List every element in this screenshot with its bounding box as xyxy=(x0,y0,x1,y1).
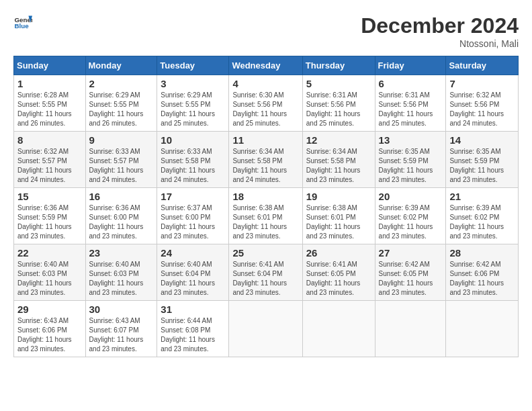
logo-icon: General Blue xyxy=(13,13,32,32)
day-info: Sunrise: 6:40 AM Sunset: 6:04 PM Dayligh… xyxy=(161,260,225,298)
logo: General Blue xyxy=(13,13,32,32)
day-number: 6 xyxy=(379,78,443,89)
day-info: Sunrise: 6:33 AM Sunset: 5:57 PM Dayligh… xyxy=(89,147,154,185)
day-number: 11 xyxy=(232,134,298,146)
day-number: 24 xyxy=(161,247,225,259)
weekday-header: Monday xyxy=(85,56,157,75)
day-number: 27 xyxy=(379,247,443,259)
day-number: 26 xyxy=(306,247,371,259)
month-title: December 2024 xyxy=(361,13,519,38)
calendar-cell: 16Sunrise: 6:36 AM Sunset: 6:00 PM Dayli… xyxy=(85,188,157,244)
day-number: 29 xyxy=(17,304,82,315)
svg-text:Blue: Blue xyxy=(14,22,29,30)
calendar-cell: 30Sunrise: 6:43 AM Sunset: 6:07 PM Dayli… xyxy=(85,301,157,357)
day-info: Sunrise: 6:35 AM Sunset: 5:59 PM Dayligh… xyxy=(449,147,515,185)
calendar-cell xyxy=(375,301,446,357)
calendar-week-row: 8Sunrise: 6:32 AM Sunset: 5:57 PM Daylig… xyxy=(14,132,519,188)
calendar-cell: 25Sunrise: 6:41 AM Sunset: 6:04 PM Dayli… xyxy=(229,244,302,301)
calendar-cell: 18Sunrise: 6:38 AM Sunset: 6:01 PM Dayli… xyxy=(229,188,302,244)
day-info: Sunrise: 6:32 AM Sunset: 5:57 PM Dayligh… xyxy=(17,147,82,185)
day-number: 25 xyxy=(232,247,298,259)
day-info: Sunrise: 6:42 AM Sunset: 6:05 PM Dayligh… xyxy=(379,260,443,298)
day-info: Sunrise: 6:43 AM Sunset: 6:07 PM Dayligh… xyxy=(89,316,154,354)
day-number: 5 xyxy=(306,78,371,89)
day-info: Sunrise: 6:43 AM Sunset: 6:06 PM Dayligh… xyxy=(17,316,82,354)
day-number: 12 xyxy=(306,134,371,146)
day-number: 1 xyxy=(17,78,82,89)
day-info: Sunrise: 6:28 AM Sunset: 5:55 PM Dayligh… xyxy=(17,91,82,128)
day-info: Sunrise: 6:29 AM Sunset: 5:55 PM Dayligh… xyxy=(161,91,225,128)
day-number: 2 xyxy=(89,78,154,89)
calendar-table: SundayMondayTuesdayWednesdayThursdayFrid… xyxy=(13,56,519,357)
calendar-cell: 26Sunrise: 6:41 AM Sunset: 6:05 PM Dayli… xyxy=(302,244,375,301)
day-number: 19 xyxy=(306,191,371,202)
day-number: 20 xyxy=(379,191,443,202)
calendar-cell: 5Sunrise: 6:31 AM Sunset: 5:56 PM Daylig… xyxy=(302,75,375,132)
day-number: 4 xyxy=(232,78,298,89)
calendar-cell: 27Sunrise: 6:42 AM Sunset: 6:05 PM Dayli… xyxy=(375,244,446,301)
calendar-cell: 14Sunrise: 6:35 AM Sunset: 5:59 PM Dayli… xyxy=(446,132,519,188)
day-number: 8 xyxy=(17,134,82,146)
calendar-cell: 21Sunrise: 6:39 AM Sunset: 6:02 PM Dayli… xyxy=(446,188,519,244)
day-info: Sunrise: 6:42 AM Sunset: 6:06 PM Dayligh… xyxy=(449,260,515,298)
calendar-week-row: 15Sunrise: 6:36 AM Sunset: 5:59 PM Dayli… xyxy=(14,188,519,244)
calendar-cell: 2Sunrise: 6:29 AM Sunset: 5:55 PM Daylig… xyxy=(85,75,157,132)
calendar-cell: 22Sunrise: 6:40 AM Sunset: 6:03 PM Dayli… xyxy=(14,244,86,301)
calendar-cell: 12Sunrise: 6:34 AM Sunset: 5:58 PM Dayli… xyxy=(302,132,375,188)
weekday-header: Saturday xyxy=(446,56,519,75)
calendar-cell: 19Sunrise: 6:38 AM Sunset: 6:01 PM Dayli… xyxy=(302,188,375,244)
day-number: 31 xyxy=(161,304,225,315)
day-info: Sunrise: 6:36 AM Sunset: 6:00 PM Dayligh… xyxy=(89,203,154,241)
day-info: Sunrise: 6:31 AM Sunset: 5:56 PM Dayligh… xyxy=(379,91,443,128)
day-number: 22 xyxy=(17,247,82,259)
day-number: 30 xyxy=(89,304,154,315)
day-info: Sunrise: 6:38 AM Sunset: 6:01 PM Dayligh… xyxy=(232,203,298,241)
day-info: Sunrise: 6:41 AM Sunset: 6:05 PM Dayligh… xyxy=(306,260,371,298)
page-header: General Blue December 2024 Ntossoni, Mal… xyxy=(13,13,519,49)
day-number: 9 xyxy=(89,134,154,146)
day-info: Sunrise: 6:41 AM Sunset: 6:04 PM Dayligh… xyxy=(232,260,298,298)
calendar-week-row: 22Sunrise: 6:40 AM Sunset: 6:03 PM Dayli… xyxy=(14,244,519,301)
day-number: 15 xyxy=(17,191,82,202)
calendar-cell: 28Sunrise: 6:42 AM Sunset: 6:06 PM Dayli… xyxy=(446,244,519,301)
weekday-header: Friday xyxy=(375,56,446,75)
calendar-cell xyxy=(446,301,519,357)
calendar-cell: 6Sunrise: 6:31 AM Sunset: 5:56 PM Daylig… xyxy=(375,75,446,132)
calendar-cell xyxy=(229,301,302,357)
day-info: Sunrise: 6:34 AM Sunset: 5:58 PM Dayligh… xyxy=(232,147,298,185)
day-number: 23 xyxy=(89,247,154,259)
calendar-cell: 10Sunrise: 6:33 AM Sunset: 5:58 PM Dayli… xyxy=(157,132,229,188)
day-info: Sunrise: 6:35 AM Sunset: 5:59 PM Dayligh… xyxy=(379,147,443,185)
calendar-cell: 13Sunrise: 6:35 AM Sunset: 5:59 PM Dayli… xyxy=(375,132,446,188)
calendar-cell: 4Sunrise: 6:30 AM Sunset: 5:56 PM Daylig… xyxy=(229,75,302,132)
day-number: 14 xyxy=(449,134,515,146)
calendar-week-row: 29Sunrise: 6:43 AM Sunset: 6:06 PM Dayli… xyxy=(14,301,519,357)
day-info: Sunrise: 6:39 AM Sunset: 6:02 PM Dayligh… xyxy=(379,203,443,241)
calendar-cell xyxy=(302,301,375,357)
calendar-cell: 23Sunrise: 6:40 AM Sunset: 6:03 PM Dayli… xyxy=(85,244,157,301)
calendar-cell: 3Sunrise: 6:29 AM Sunset: 5:55 PM Daylig… xyxy=(157,75,229,132)
day-info: Sunrise: 6:44 AM Sunset: 6:08 PM Dayligh… xyxy=(161,316,225,354)
day-info: Sunrise: 6:30 AM Sunset: 5:56 PM Dayligh… xyxy=(232,91,298,128)
weekday-header: Thursday xyxy=(302,56,375,75)
day-number: 17 xyxy=(161,191,225,202)
calendar-week-row: 1Sunrise: 6:28 AM Sunset: 5:55 PM Daylig… xyxy=(14,75,519,132)
calendar-cell: 1Sunrise: 6:28 AM Sunset: 5:55 PM Daylig… xyxy=(14,75,86,132)
calendar-cell: 8Sunrise: 6:32 AM Sunset: 5:57 PM Daylig… xyxy=(14,132,86,188)
calendar-cell: 31Sunrise: 6:44 AM Sunset: 6:08 PM Dayli… xyxy=(157,301,229,357)
location: Ntossoni, Mali xyxy=(361,38,519,49)
day-number: 18 xyxy=(232,191,298,202)
calendar-header-row: SundayMondayTuesdayWednesdayThursdayFrid… xyxy=(14,56,519,75)
calendar-cell: 15Sunrise: 6:36 AM Sunset: 5:59 PM Dayli… xyxy=(14,188,86,244)
day-info: Sunrise: 6:37 AM Sunset: 6:00 PM Dayligh… xyxy=(161,203,225,241)
day-number: 3 xyxy=(161,78,225,89)
calendar-cell: 24Sunrise: 6:40 AM Sunset: 6:04 PM Dayli… xyxy=(157,244,229,301)
day-info: Sunrise: 6:32 AM Sunset: 5:56 PM Dayligh… xyxy=(449,91,515,128)
day-info: Sunrise: 6:36 AM Sunset: 5:59 PM Dayligh… xyxy=(17,203,82,241)
day-info: Sunrise: 6:38 AM Sunset: 6:01 PM Dayligh… xyxy=(306,203,371,241)
calendar-cell: 17Sunrise: 6:37 AM Sunset: 6:00 PM Dayli… xyxy=(157,188,229,244)
day-number: 13 xyxy=(379,134,443,146)
weekday-header: Sunday xyxy=(14,56,86,75)
calendar-cell: 29Sunrise: 6:43 AM Sunset: 6:06 PM Dayli… xyxy=(14,301,86,357)
day-number: 28 xyxy=(449,247,515,259)
